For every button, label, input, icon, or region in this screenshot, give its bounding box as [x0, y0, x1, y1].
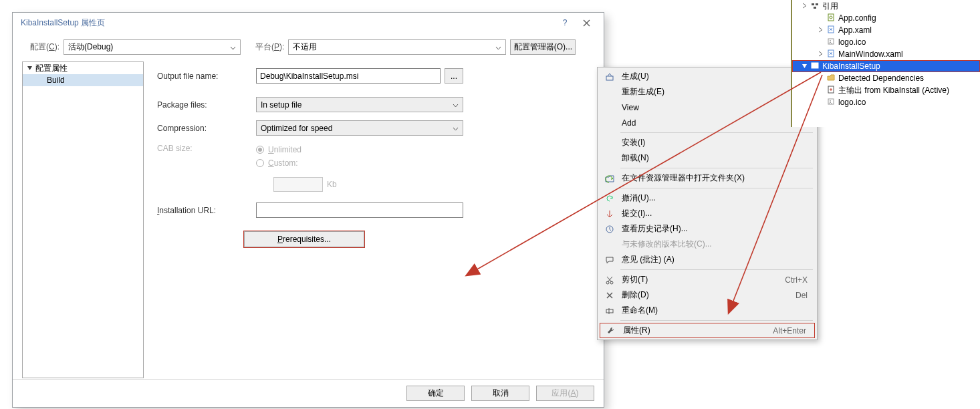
ico-icon: [826, 37, 836, 48]
solution-label: 主输出 from KibaInstall (Active): [838, 85, 949, 96]
menu-item-label: 卸载(N): [618, 152, 810, 164]
ref-icon: [810, 1, 820, 12]
caret-down-icon: [27, 63, 33, 73]
close-button[interactable]: [573, 15, 600, 30]
caret-right-icon: [818, 25, 824, 35]
property-pages-dialog: KibaInstallSetup 属性页 ? 配置(C): 活动(Debug) …: [12, 12, 604, 408]
solution-row[interactable]: App.config: [792, 12, 980, 24]
menu-item-label: 删除(D): [618, 289, 795, 301]
menu-item[interactable]: 安装(I): [599, 135, 816, 150]
svg-rect-8: [828, 14, 834, 21]
prerequisites-button[interactable]: Prerequisites...: [244, 231, 364, 247]
menu-item-label: 剪切(T): [618, 274, 785, 285]
menu-item-label: 意见 (批注) (A): [618, 254, 810, 265]
menu-item[interactable]: 在文件资源管理器中打开文件夹(X): [599, 170, 816, 186]
svg-rect-6: [816, 3, 818, 5]
menu-item[interactable]: 剪切(T)Ctrl+X: [599, 272, 816, 287]
menu-item[interactable]: 意见 (批注) (A): [599, 252, 816, 267]
tree-label: 配置属性: [35, 63, 68, 74]
menu-item-label: 重新生成(E): [618, 86, 810, 98]
kb-label: Kb: [327, 180, 337, 189]
dialog-toolbar: 配置(C): 活动(Debug) 平台(P): 不适用 配置管理器(O)...: [13, 33, 604, 61]
svg-point-12: [830, 40, 831, 41]
chevron-down-icon: [495, 43, 501, 52]
svg-rect-14: [812, 63, 818, 68]
folder-icon: [826, 73, 836, 84]
browse-button[interactable]: ...: [445, 68, 463, 84]
menu-separator: [620, 320, 813, 321]
svg-point-17: [830, 100, 831, 102]
menu-item[interactable]: 提交(I)...: [599, 206, 816, 221]
xaml-icon: [826, 49, 836, 60]
chevron-down-icon: [230, 43, 236, 52]
solution-row[interactable]: App.xaml: [792, 24, 980, 36]
solution-row[interactable]: 主输出 from KibaInstall (Active): [792, 84, 980, 96]
menu-item-label: 在文件资源管理器中打开文件夹(X): [618, 172, 810, 184]
menu-separator: [620, 269, 813, 270]
platform-value: 不适用: [293, 41, 317, 53]
solution-row[interactable]: Detected Dependencies: [792, 72, 980, 84]
compression-value: Optimized for speed: [261, 124, 332, 133]
compression-label: Compression:: [157, 124, 256, 133]
menu-item[interactable]: 重新生成(E): [599, 84, 816, 100]
caret-right-icon: [802, 1, 808, 11]
compression-combo[interactable]: Optimized for speed: [256, 120, 463, 136]
solution-label: logo.ico: [838, 37, 866, 47]
dialog-body: 配置属性 Build Output file name: ... Package…: [13, 61, 604, 378]
menu-item-label: 提交(I)...: [618, 208, 810, 219]
proj-icon: [810, 61, 820, 72]
menu-item[interactable]: View: [599, 100, 816, 115]
out-icon: [826, 85, 836, 96]
solution-row[interactable]: MainWindow.xaml: [792, 48, 980, 60]
solution-row[interactable]: logo.ico: [792, 36, 980, 48]
cut-icon: [602, 275, 618, 285]
installation-url-input[interactable]: [256, 202, 463, 218]
solution-label: App.config: [838, 13, 876, 23]
help-button[interactable]: ?: [557, 18, 573, 27]
radio-unlimited[interactable]: [256, 146, 264, 154]
tree-row-config-props[interactable]: 配置属性: [23, 62, 143, 74]
menu-item[interactable]: 生成(U): [599, 69, 816, 84]
cfg-icon: [826, 13, 836, 24]
radio-custom[interactable]: [256, 159, 264, 167]
solution-row[interactable]: KibaInstallSetup: [792, 60, 980, 72]
comment-icon: [602, 255, 618, 265]
cab-size-input[interactable]: [273, 177, 323, 192]
menu-item-label: View: [618, 103, 806, 112]
menu-item-label: 安装(I): [618, 137, 810, 148]
menu-item[interactable]: Add: [599, 115, 816, 130]
platform-combo[interactable]: 不适用: [288, 39, 506, 55]
solution-explorer: 引用App.configApp.xamllogo.icoMainWindow.x…: [791, 0, 980, 127]
xaml-icon: [826, 25, 836, 36]
installation-url-label: Installation URL:: [157, 206, 256, 215]
menu-item[interactable]: 重命名(M): [599, 303, 816, 318]
tree-row-build[interactable]: Build: [23, 74, 143, 86]
menu-item[interactable]: 撤消(U)...: [599, 190, 816, 206]
dialog-titlebar: KibaInstallSetup 属性页 ?: [13, 13, 604, 33]
svg-rect-7: [814, 7, 816, 9]
apply-button[interactable]: 应用(A): [536, 386, 594, 401]
solution-row[interactable]: 引用: [792, 0, 980, 12]
config-combo[interactable]: 活动(Debug): [64, 39, 241, 55]
config-manager-button[interactable]: 配置管理器(O)...: [510, 39, 576, 55]
solution-row[interactable]: logo.ico: [792, 96, 980, 108]
menu-item-label: 查看历史记录(H)...: [618, 223, 810, 235]
commit-icon: [602, 209, 618, 219]
cancel-button[interactable]: 取消: [471, 386, 529, 401]
menu-separator: [620, 132, 813, 133]
menu-item[interactable]: 卸载(N): [599, 150, 816, 166]
radio-unlimited-label: Unlimited: [268, 145, 301, 154]
menu-item[interactable]: 删除(D)Del: [599, 287, 816, 303]
output-file-input[interactable]: [256, 68, 441, 84]
solution-label: logo.ico: [838, 98, 866, 107]
tree-label: Build: [47, 76, 65, 85]
ok-button[interactable]: 确定: [406, 386, 465, 401]
svg-point-9: [830, 16, 832, 19]
menu-item[interactable]: 属性(R)Alt+Enter: [600, 323, 815, 338]
svg-rect-4: [606, 309, 613, 313]
caret-down-icon: [802, 61, 808, 71]
menu-item[interactable]: 查看历史记录(H)...: [599, 221, 816, 237]
solution-label: MainWindow.xaml: [838, 49, 903, 59]
package-files-combo[interactable]: In setup file: [256, 97, 463, 112]
tree-pane: 配置属性 Build: [22, 61, 144, 378]
